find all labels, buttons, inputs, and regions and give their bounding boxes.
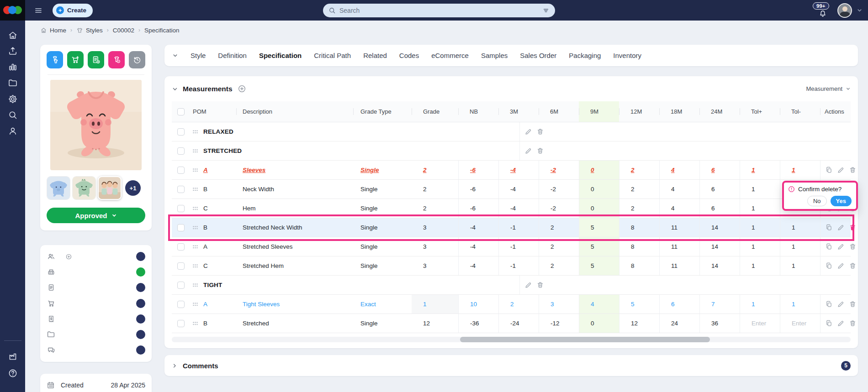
- cell-tol-plus[interactable]: 1: [740, 237, 780, 256]
- cell-tol-plus[interactable]: 1: [740, 295, 780, 314]
- breadcrumb-styles[interactable]: Styles: [76, 27, 103, 34]
- cell-size-9m[interactable]: 0: [579, 161, 619, 179]
- cell-tol-plus[interactable]: 1: [740, 199, 780, 218]
- tab-packaging[interactable]: Packaging: [569, 52, 601, 59]
- row-checkbox[interactable]: [177, 301, 185, 308]
- cell-size-24m[interactable]: 6: [699, 161, 740, 179]
- row-checkbox[interactable]: [177, 243, 185, 251]
- thumbnail-elephant-onesie[interactable]: [47, 176, 70, 200]
- delete-icon[interactable]: [849, 243, 857, 251]
- cell-pom[interactable]: A: [203, 243, 207, 250]
- tab-specification[interactable]: Specification: [259, 52, 302, 59]
- cell-grade-type[interactable]: Single: [353, 237, 412, 256]
- factory-icon[interactable]: [5, 348, 21, 364]
- cell-size-3m[interactable]: -1: [498, 218, 539, 237]
- quick-link-ecommerce-status[interactable]: [47, 264, 145, 280]
- group-label[interactable]: TIGHT: [203, 282, 222, 288]
- group-label[interactable]: RELAXED: [203, 128, 233, 135]
- edit-icon[interactable]: [837, 319, 845, 327]
- view-selector-dropdown[interactable]: Measurement: [806, 85, 851, 92]
- cell-pom[interactable]: C: [203, 205, 208, 212]
- cell-pom[interactable]: B: [203, 186, 207, 193]
- delete-icon[interactable]: [536, 147, 544, 155]
- cell-grade-type[interactable]: Single: [353, 218, 412, 237]
- cell-size-nb[interactable]: -4: [458, 237, 498, 256]
- upload-icon[interactable]: [5, 43, 21, 59]
- shirt-badge-button[interactable]: [108, 51, 125, 68]
- filter-icon[interactable]: [542, 7, 550, 14]
- tab-samples[interactable]: Samples: [481, 52, 508, 59]
- yes-button[interactable]: Yes: [831, 196, 852, 206]
- cell-size-18m[interactable]: 24: [659, 314, 699, 333]
- account-chevron-down-icon[interactable]: [857, 7, 863, 13]
- drag-handle-icon[interactable]: [193, 207, 198, 210]
- cell-size-18m[interactable]: 11: [659, 256, 699, 275]
- delete-icon[interactable]: [849, 166, 857, 174]
- row-checkbox[interactable]: [177, 147, 185, 155]
- edit-icon[interactable]: [837, 262, 845, 270]
- cell-size-6m[interactable]: 2: [539, 237, 579, 256]
- tab-ecommerce[interactable]: eCommerce: [431, 52, 469, 59]
- user-avatar[interactable]: [837, 3, 852, 18]
- cell-size-9m[interactable]: 0: [579, 199, 619, 218]
- shirts-button[interactable]: [47, 51, 63, 68]
- cell-size-3m[interactable]: -4: [498, 180, 539, 199]
- profile-icon[interactable]: [5, 123, 21, 139]
- cell-description[interactable]: Stretched Hem: [236, 256, 353, 275]
- copy-icon[interactable]: [825, 243, 833, 251]
- cell-grade[interactable]: 1: [412, 295, 458, 314]
- add-member-icon[interactable]: [65, 253, 72, 260]
- cell-size-nb[interactable]: -6: [458, 199, 498, 218]
- cell-size-12m[interactable]: 12: [619, 314, 659, 333]
- cell-size-9m[interactable]: 0: [579, 314, 619, 333]
- cell-size-nb[interactable]: 10: [458, 295, 498, 314]
- cell-size-9m[interactable]: 5: [579, 218, 619, 237]
- cell-pom[interactable]: B: [203, 320, 207, 327]
- cell-size-nb[interactable]: -6: [458, 180, 498, 199]
- cell-tol-minus[interactable]: 1: [780, 218, 820, 237]
- cell-size-12m[interactable]: 8: [619, 218, 659, 237]
- comments-section[interactable]: Comments 5: [164, 355, 858, 376]
- cell-size-6m[interactable]: 2: [539, 218, 579, 237]
- delete-icon[interactable]: [849, 262, 857, 270]
- cell-size-18m[interactable]: 4: [659, 180, 699, 199]
- cart-plus-button[interactable]: [67, 51, 84, 68]
- cell-size-3m[interactable]: -24: [498, 314, 539, 333]
- drag-handle-icon[interactable]: [193, 149, 198, 153]
- tab-style[interactable]: Style: [191, 52, 206, 59]
- search-icon[interactable]: [5, 107, 21, 123]
- cell-size-18m[interactable]: 11: [659, 237, 699, 256]
- cell-size-24m[interactable]: 14: [699, 237, 740, 256]
- cell-tol-minus[interactable]: 1: [780, 237, 820, 256]
- copy-icon[interactable]: [825, 319, 833, 327]
- cell-size-24m[interactable]: 36: [699, 314, 740, 333]
- search-input[interactable]: [339, 7, 539, 14]
- cell-grade[interactable]: 12: [412, 314, 458, 333]
- cell-tol-plus[interactable]: 1: [740, 218, 780, 237]
- notifications-button[interactable]: 99+: [813, 1, 833, 20]
- drag-handle-icon[interactable]: [193, 130, 198, 134]
- cell-pom[interactable]: A: [203, 301, 207, 308]
- tabs-collapse-chevron-icon[interactable]: [172, 52, 178, 58]
- cell-tol-minus[interactable]: Enter: [780, 314, 820, 333]
- cell-size-6m[interactable]: 2: [539, 256, 579, 275]
- cell-grade-type[interactable]: Single: [353, 314, 412, 333]
- row-checkbox[interactable]: [177, 167, 185, 174]
- cell-size-12m[interactable]: 8: [619, 237, 659, 256]
- quick-link-members[interactable]: [47, 249, 145, 264]
- analytics-icon[interactable]: [5, 59, 21, 75]
- edit-icon[interactable]: [524, 281, 532, 289]
- cell-grade-type[interactable]: Single: [353, 199, 412, 218]
- quick-link-files[interactable]: [47, 327, 145, 342]
- quick-link-comments[interactable]: [47, 342, 145, 358]
- drag-handle-icon[interactable]: [193, 168, 198, 172]
- select-all-checkbox[interactable]: [177, 108, 185, 115]
- cell-grade[interactable]: 2: [412, 199, 458, 218]
- drag-handle-icon[interactable]: [193, 283, 198, 287]
- cell-size-24m[interactable]: 7: [699, 295, 740, 314]
- quick-link-order-history[interactable]: [47, 296, 145, 311]
- drag-handle-icon[interactable]: [193, 264, 198, 268]
- breadcrumb-style-code[interactable]: C00002: [113, 27, 134, 34]
- cell-tol-minus[interactable]: 1: [780, 295, 820, 314]
- cell-size-12m[interactable]: 2: [619, 180, 659, 199]
